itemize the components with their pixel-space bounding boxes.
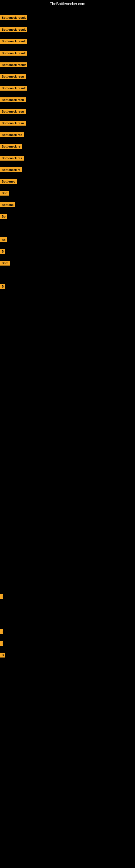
bottleneck-badge-21: B bbox=[0, 284, 5, 289]
site-title: TheBottlenecker.com bbox=[0, 0, 135, 8]
bottleneck-badge-14: Bottlenec bbox=[0, 179, 17, 184]
bottleneck-badge-10: Bottleneck res bbox=[0, 132, 24, 137]
bottleneck-badge-6: Bottleneck result bbox=[0, 86, 27, 91]
bottleneck-badge-11: Bottleneck re bbox=[0, 144, 22, 149]
bottleneck-badge-19: B bbox=[0, 249, 5, 254]
bottleneck-badge-3: Bottleneck result bbox=[0, 51, 27, 56]
bottleneck-badge-9: Bottleneck resu bbox=[0, 121, 26, 126]
bottleneck-badge-25: B bbox=[0, 653, 5, 657]
bottleneck-badge-0: Bottleneck result bbox=[0, 15, 27, 20]
bottleneck-badge-18: Bo bbox=[0, 237, 7, 242]
bottleneck-badge-8: Bottleneck resu bbox=[0, 109, 26, 114]
bottleneck-badge-5: Bottleneck resu bbox=[0, 74, 26, 79]
bottleneck-badge-24: | bbox=[0, 641, 3, 646]
bottleneck-badge-17: Bo bbox=[0, 214, 7, 219]
bottleneck-badge-4: Bottleneck result bbox=[0, 62, 27, 67]
bottleneck-badge-15: Bott bbox=[0, 191, 9, 195]
bottleneck-badge-2: Bottleneck result bbox=[0, 39, 27, 44]
bottleneck-badge-1: Bottleneck result bbox=[0, 27, 27, 32]
bottleneck-badge-16: Bottlene bbox=[0, 203, 15, 207]
bottleneck-badge-20: Bottl bbox=[0, 261, 10, 266]
bottleneck-badge-13: Bottleneck re bbox=[0, 167, 22, 172]
bottleneck-badge-22: | bbox=[0, 594, 3, 599]
bottleneck-badge-23: | bbox=[0, 629, 3, 634]
bottleneck-badge-7: Bottleneck resu bbox=[0, 97, 26, 102]
bottleneck-badge-12: Bottleneck res bbox=[0, 156, 24, 161]
